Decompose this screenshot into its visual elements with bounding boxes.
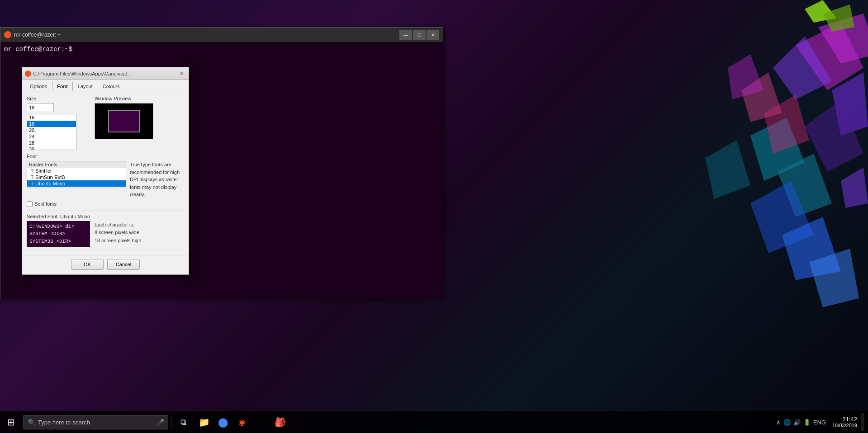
window-preview-inner	[108, 110, 140, 132]
bold-fonts-checkbox[interactable]	[27, 201, 33, 207]
clock-date: 18/03/2019	[832, 423, 857, 428]
selected-font-section: Selected Font: Ubuntu Mono C:\WINDOWS> d…	[27, 211, 184, 247]
dialog-titlebar[interactable]: C:\Program Files\WindowsApps\CanonicalGr…	[22, 67, 189, 80]
store-button[interactable]: 🛍	[252, 413, 270, 431]
dialog-footer: OK Cancel	[22, 255, 189, 274]
size-input[interactable]	[27, 103, 54, 112]
font-group-raster: Raster Fonts	[27, 161, 126, 168]
font-listbox-column: Raster Fonts T SimHei T SimSun-ExtB T Ub…	[27, 161, 126, 198]
network-icon[interactable]: 🌐	[783, 418, 792, 427]
svg-marker-15	[705, 140, 750, 199]
font-preview-terminal: C:\WINDOWS> dir SYSTEM <DIR> SYSTEM32 <D…	[27, 221, 90, 247]
clock-time: 21:42	[832, 416, 857, 423]
size-item-20[interactable]: 20	[27, 127, 76, 133]
terminal-titlebar: mr-coffee@razer: ~ — □ ✕	[0, 28, 443, 42]
font-section: Font Raster Fonts T SimHei T SimSun-ExtB	[27, 154, 184, 207]
taskbar-separator-1	[171, 415, 171, 429]
terminal-title-area: mr-coffee@razer: ~	[4, 31, 61, 38]
file-explorer-icon: 📁	[199, 417, 210, 428]
truetype-icon-ubuntu: T	[31, 181, 33, 186]
truetype-icon-simhei: T	[31, 169, 33, 174]
terminal-content: mr-coffee@razer:~$	[0, 42, 443, 56]
left-column: Size 16 18 20 24 28 36 72	[27, 96, 90, 150]
font-item-ubuntu-mono[interactable]: T Ubuntu Mono	[27, 180, 126, 187]
selected-font-label: Selected Font: Ubuntu Mono	[27, 214, 184, 219]
ok-button[interactable]: OK	[71, 259, 104, 270]
top-section: Size 16 18 20 24 28 36 72 Window Preview	[27, 96, 184, 150]
cancel-button[interactable]: Cancel	[107, 259, 140, 270]
ubuntu-taskbar-icon: ◉	[238, 417, 246, 427]
start-icon: ⊞	[7, 417, 15, 428]
size-item-24[interactable]: 24	[27, 133, 76, 140]
tab-colours[interactable]: Colours	[98, 82, 125, 91]
terminal-title: mr-coffee@razer: ~	[14, 32, 61, 38]
dialog-title-text: C:\Program Files\WindowsApps\CanonicalGr…	[33, 71, 133, 76]
search-glass-icon: 🔍	[28, 419, 35, 426]
store-icon: 🛍	[256, 417, 266, 428]
font-section-label: Font	[27, 154, 184, 159]
clock[interactable]: 21:42 18/03/2019	[832, 416, 857, 429]
tab-options[interactable]: Options	[25, 82, 52, 91]
taskbar-icons: 📁 ⬤ ◉ 🛍 🎒	[195, 413, 289, 431]
bag-button[interactable]: 🎒	[271, 413, 289, 431]
search-mic-icon[interactable]: 🎤	[157, 419, 164, 426]
taskbar-right: ∧ 🌐 🔊 🔋 ENG 21:42 18/03/2019	[775, 413, 868, 431]
dialog-close-btn[interactable]: ✕	[178, 70, 186, 78]
svg-marker-14	[841, 167, 868, 208]
font-name-simsun: SimSun-ExtB	[35, 174, 65, 180]
file-explorer-button[interactable]: 📁	[195, 413, 213, 431]
size-item-28[interactable]: 28	[27, 140, 76, 146]
font-listbox[interactable]: Raster Fonts T SimHei T SimSun-ExtB T Ub…	[27, 161, 126, 188]
bold-fonts-row: Bold fonts	[27, 201, 184, 207]
tab-layout[interactable]: Layout	[73, 82, 98, 91]
preview-line-2: SYSTEM <DIR>	[29, 230, 87, 238]
char-info-height: 18 screen pixels high	[95, 237, 141, 245]
font-dialog: C:\Program Files\WindowsApps\CanonicalGr…	[22, 67, 189, 275]
truetype-icon-simsun: T	[31, 175, 33, 180]
chrome-icon: ⬤	[218, 417, 228, 428]
preview-line-3: SYSTEM32 <DIR>	[29, 238, 87, 245]
selected-font-preview-row: C:\WINDOWS> dir SYSTEM <DIR> SYSTEM32 <D…	[27, 221, 184, 247]
dialog-ubuntu-icon	[25, 71, 31, 77]
terminal-close-btn[interactable]: ✕	[427, 30, 439, 40]
ubuntu-icon	[4, 31, 11, 38]
show-desktop-button[interactable]	[861, 413, 864, 431]
chrome-button[interactable]: ⬤	[214, 413, 232, 431]
task-view-button[interactable]: ⧉	[174, 413, 192, 431]
dialog-title-left: C:\Program Files\WindowsApps\CanonicalGr…	[25, 71, 133, 77]
start-button[interactable]: ⊞	[0, 411, 22, 433]
dialog-tabs: Options Font Layout Colours	[22, 80, 189, 91]
size-item-16[interactable]: 16	[27, 114, 76, 121]
preview-line-1: C:\WINDOWS> dir	[29, 223, 87, 231]
font-name-ubuntu: Ubuntu Mono	[35, 181, 65, 186]
window-preview-box	[95, 103, 153, 139]
notification-area: ∧ 🌐 🔊 🔋 ENG	[775, 418, 827, 427]
tab-font[interactable]: Font	[52, 82, 73, 91]
language-indicator[interactable]: ENG	[812, 418, 827, 427]
ubuntu-button[interactable]: ◉	[233, 413, 251, 431]
size-section-label: Size	[27, 96, 90, 101]
size-listbox[interactable]: 16 18 20 24 28 36 72	[27, 114, 76, 150]
size-item-18[interactable]: 18	[27, 121, 76, 127]
bag-icon: 🎒	[275, 417, 286, 428]
volume-icon[interactable]: 🔊	[792, 418, 802, 427]
search-bar[interactable]: 🔍 Type here to search 🎤	[24, 415, 168, 429]
search-placeholder-text: Type here to search	[38, 419, 154, 426]
char-info-label: Each character is:	[95, 221, 141, 229]
truetype-note: TrueType fonts are recommended for high …	[130, 161, 184, 198]
tray-expand-icon[interactable]: ∧	[775, 418, 782, 427]
terminal-prompt: mr-coffee@razer:~$	[4, 46, 72, 53]
desktop-decoration	[434, 0, 868, 325]
char-info: Each character is: 8 screen pixels wide …	[95, 221, 141, 247]
terminal-restore-btn[interactable]: □	[413, 30, 426, 40]
terminal-minimize-btn[interactable]: —	[399, 30, 412, 40]
font-item-simsun[interactable]: T SimSun-ExtB	[27, 174, 126, 180]
task-view-icon: ⧉	[180, 418, 186, 427]
size-item-36[interactable]: 36	[27, 146, 76, 150]
battery-icon[interactable]: 🔋	[802, 418, 811, 427]
font-section-content: Raster Fonts T SimHei T SimSun-ExtB T Ub…	[27, 161, 184, 198]
window-preview-label: Window Preview	[95, 96, 184, 101]
right-column: Window Preview	[95, 96, 184, 150]
bold-fonts-label: Bold fonts	[34, 201, 57, 207]
font-item-simhei[interactable]: T SimHei	[27, 168, 126, 174]
